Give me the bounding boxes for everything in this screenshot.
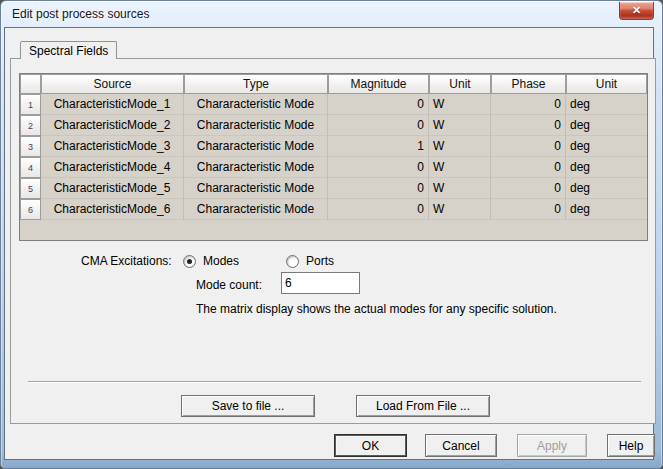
cell-magnitude-unit[interactable]: W: [429, 136, 491, 157]
tab-spectral-fields[interactable]: Spectral Fields: [20, 41, 117, 59]
cma-excitations-label: CMA Excitations:: [81, 254, 172, 268]
column-header-unit2[interactable]: Unit: [566, 74, 647, 94]
cell-phase[interactable]: 0: [491, 115, 566, 136]
load-from-file-button[interactable]: Load From File ...: [356, 395, 490, 417]
ok-button[interactable]: OK: [334, 434, 407, 457]
mode-count-label: Mode count:: [196, 278, 262, 292]
cell-source: CharacteristicMode_3: [41, 136, 184, 157]
close-icon: ✕: [632, 5, 641, 16]
cell-source: CharacteristicMode_1: [41, 94, 184, 115]
row-number-button[interactable]: 3: [20, 136, 41, 157]
row-number-button[interactable]: 2: [20, 115, 41, 136]
row-number-button[interactable]: 4: [20, 157, 41, 178]
cell-magnitude-unit[interactable]: W: [429, 157, 491, 178]
column-header-phase[interactable]: Phase: [491, 74, 566, 94]
radio-modes[interactable]: [183, 255, 196, 268]
matrix-display-note: The matrix display shows the actual mode…: [196, 302, 557, 316]
radio-ports[interactable]: [286, 255, 299, 268]
radio-modes-label[interactable]: Modes: [203, 254, 239, 268]
cell-phase[interactable]: 0: [491, 157, 566, 178]
cell-magnitude[interactable]: 0: [328, 178, 429, 199]
dialog-edit-post-process-sources: Edit post process sources ✕ Spectral Fie…: [0, 0, 663, 469]
tab-page-panel: Source Type Magnitude Unit Phase Unit 1C…: [10, 58, 656, 424]
table-corner-header[interactable]: [20, 74, 41, 94]
row-number-button[interactable]: 1: [20, 94, 41, 115]
cell-magnitude[interactable]: 0: [328, 115, 429, 136]
apply-button[interactable]: Apply: [517, 434, 587, 457]
cell-magnitude[interactable]: 1: [328, 136, 429, 157]
cell-phase-unit[interactable]: deg: [566, 94, 647, 115]
cell-source: CharacteristicMode_4: [41, 157, 184, 178]
cell-type: Chararacteristic Mode: [184, 136, 328, 157]
column-header-magnitude[interactable]: Magnitude: [328, 74, 429, 94]
radio-ports-label[interactable]: Ports: [306, 254, 334, 268]
cell-magnitude-unit[interactable]: W: [429, 115, 491, 136]
cell-type: Chararacteristic Mode: [184, 115, 328, 136]
cell-phase-unit[interactable]: deg: [566, 178, 647, 199]
cell-type: Chararacteristic Mode: [184, 157, 328, 178]
cell-phase-unit[interactable]: deg: [566, 115, 647, 136]
mode-count-input[interactable]: [281, 272, 360, 294]
cell-type: Chararacteristic Mode: [184, 178, 328, 199]
column-header-source[interactable]: Source: [41, 74, 184, 94]
cell-phase-unit[interactable]: deg: [566, 136, 647, 157]
cell-source: CharacteristicMode_2: [41, 115, 184, 136]
cell-magnitude-unit[interactable]: W: [429, 199, 491, 220]
cell-phase[interactable]: 0: [491, 178, 566, 199]
row-number-button[interactable]: 5: [20, 178, 41, 199]
tab-label: Spectral Fields: [29, 44, 108, 58]
cell-magnitude-unit[interactable]: W: [429, 94, 491, 115]
cell-source: CharacteristicMode_5: [41, 178, 184, 199]
column-header-type[interactable]: Type: [184, 74, 328, 94]
window-title: Edit post process sources: [12, 7, 149, 21]
cell-magnitude[interactable]: 0: [328, 199, 429, 220]
dialog-client-area: Spectral Fields Source Type Magnitude Un…: [4, 27, 654, 460]
column-header-unit[interactable]: Unit: [429, 74, 491, 94]
table-empty-area: [20, 220, 647, 240]
cell-phase[interactable]: 0: [491, 136, 566, 157]
cell-phase[interactable]: 0: [491, 199, 566, 220]
cell-magnitude-unit[interactable]: W: [429, 178, 491, 199]
cancel-button[interactable]: Cancel: [425, 434, 497, 457]
divider-line: [28, 381, 641, 383]
cell-magnitude[interactable]: 0: [328, 157, 429, 178]
sources-table: Source Type Magnitude Unit Phase Unit 1C…: [19, 73, 648, 241]
cell-source: CharacteristicMode_6: [41, 199, 184, 220]
cell-phase-unit[interactable]: deg: [566, 199, 647, 220]
row-number-button[interactable]: 6: [20, 199, 41, 220]
help-button[interactable]: Help: [607, 434, 655, 457]
close-button[interactable]: ✕: [619, 2, 654, 20]
cell-type: Chararacteristic Mode: [184, 94, 328, 115]
cell-phase-unit[interactable]: deg: [566, 157, 647, 178]
cell-type: Chararacteristic Mode: [184, 199, 328, 220]
save-to-file-button[interactable]: Save to file ...: [181, 395, 315, 417]
cell-phase[interactable]: 0: [491, 94, 566, 115]
cell-magnitude[interactable]: 0: [328, 94, 429, 115]
